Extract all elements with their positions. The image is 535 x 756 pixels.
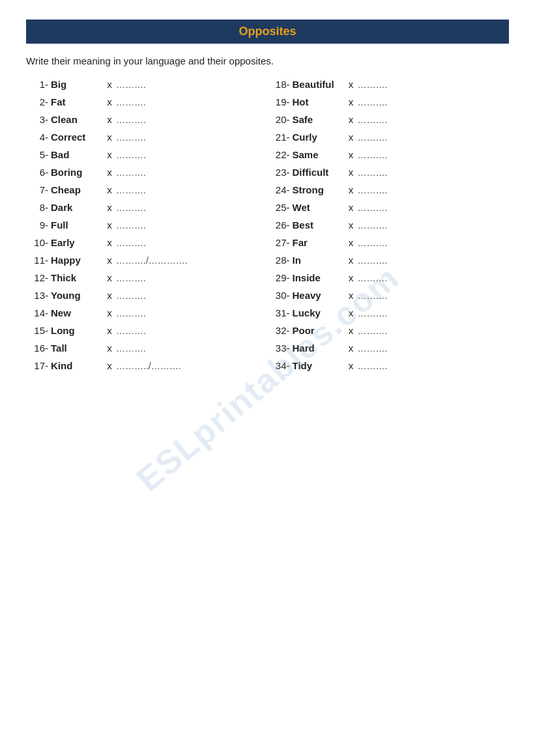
list-item: 18- Beautiful x ………. — [268, 76, 510, 93]
item-dots: ………. — [116, 203, 175, 213]
list-item: 33- Hard x ………. — [268, 339, 510, 357]
list-item: 25- Wet x ………. — [268, 199, 510, 216]
item-x: x — [103, 325, 116, 336]
item-x: x — [103, 79, 116, 90]
item-dots: ………. — [358, 115, 416, 125]
item-word: Best — [293, 219, 345, 231]
item-number: 7- — [26, 184, 51, 195]
item-dots: ………. — [116, 115, 175, 125]
item-number: 11- — [26, 255, 51, 266]
item-word: Lucky — [293, 307, 345, 318]
list-item: 20- Safe x ………. — [268, 111, 510, 128]
item-x: x — [103, 237, 116, 248]
item-word: Hot — [293, 96, 345, 107]
item-x: x — [345, 79, 358, 90]
item-word: Heavy — [293, 290, 345, 301]
item-word: Thick — [51, 272, 103, 283]
item-x: x — [345, 132, 358, 143]
item-x: x — [103, 202, 116, 213]
item-x: x — [103, 149, 116, 160]
item-word: Bad — [51, 149, 103, 160]
item-dots: ………. — [116, 290, 175, 301]
item-number: 33- — [268, 343, 293, 354]
list-item: 32- Poor x ………. — [268, 322, 510, 339]
item-dots: ………./…………. — [116, 255, 188, 266]
item-x: x — [345, 149, 358, 160]
item-word: Difficult — [293, 167, 345, 178]
item-dots: ………. — [358, 308, 416, 318]
list-item: 14- New x ………. — [26, 304, 268, 322]
item-x: x — [345, 343, 358, 354]
item-dots: ………. — [358, 361, 416, 371]
item-word: Hard — [293, 343, 345, 354]
item-dots: ………. — [116, 150, 175, 160]
item-word: Clean — [51, 114, 103, 125]
item-dots: ………. — [116, 343, 175, 354]
list-item: 7- Cheap x ………. — [26, 181, 268, 199]
item-word: Strong — [293, 184, 345, 195]
item-number: 23- — [268, 167, 293, 178]
item-dots: ………. — [358, 238, 416, 248]
item-number: 27- — [268, 237, 293, 248]
item-word: Full — [51, 219, 103, 231]
right-column: 18- Beautiful x ………. 19- Hot x ………. 20- … — [268, 76, 510, 374]
item-number: 10- — [26, 237, 51, 248]
item-number: 16- — [26, 343, 51, 354]
item-number: 3- — [26, 114, 51, 125]
list-item: 3- Clean x ………. — [26, 111, 268, 128]
item-word: Inside — [293, 272, 345, 283]
item-dots: ………. — [116, 97, 175, 107]
item-number: 28- — [268, 255, 293, 266]
item-dots: ………. — [358, 79, 416, 90]
item-x: x — [345, 202, 358, 213]
left-column: 1- Big x ………. 2- Fat x ………. 3- Clean x …… — [26, 76, 268, 374]
list-item: 6- Boring x ………. — [26, 163, 268, 181]
item-word: Fat — [51, 96, 103, 107]
item-x: x — [345, 219, 358, 231]
item-x: x — [345, 307, 358, 318]
item-word: New — [51, 307, 103, 318]
list-item: 24- Strong x ………. — [268, 181, 510, 199]
item-x: x — [103, 255, 116, 266]
item-number: 1- — [26, 79, 51, 90]
item-number: 32- — [268, 325, 293, 336]
item-dots: ………. — [358, 185, 416, 195]
item-number: 22- — [268, 149, 293, 160]
list-item: 12- Thick x ………. — [26, 269, 268, 287]
item-number: 12- — [26, 272, 51, 283]
list-item: 16- Tall x ………. — [26, 339, 268, 357]
item-x: x — [345, 167, 358, 178]
item-x: x — [103, 219, 116, 231]
list-item: 23- Difficult x ………. — [268, 163, 510, 181]
item-x: x — [103, 272, 116, 283]
item-number: 30- — [268, 290, 293, 301]
item-dots: ………. — [358, 167, 416, 178]
item-x: x — [345, 290, 358, 301]
item-number: 19- — [268, 96, 293, 107]
item-x: x — [345, 237, 358, 248]
item-number: 26- — [268, 219, 293, 231]
item-word: Big — [51, 79, 103, 90]
list-item: 26- Best x ………. — [268, 216, 510, 234]
list-item: 34- Tidy x ………. — [268, 357, 510, 374]
item-dots: ………. — [358, 132, 416, 143]
item-word: Boring — [51, 167, 103, 178]
list-item: 28- In x ………. — [268, 251, 510, 269]
item-x: x — [345, 184, 358, 195]
item-word: Wet — [293, 202, 345, 213]
list-item: 10- Early x ………. — [26, 234, 268, 251]
item-x: x — [345, 114, 358, 125]
item-word: Young — [51, 290, 103, 301]
item-number: 31- — [268, 307, 293, 318]
item-number: 25- — [268, 202, 293, 213]
list-item: 21- Curly x ………. — [268, 128, 510, 146]
instruction-text: Write their meaning in your language and… — [26, 55, 509, 66]
list-item: 11- Happy x ………./…………. — [26, 251, 268, 269]
item-word: Curly — [293, 132, 345, 143]
item-dots: ………. — [116, 308, 175, 318]
item-number: 9- — [26, 219, 51, 231]
item-number: 20- — [268, 114, 293, 125]
list-item: 27- Far x ………. — [268, 234, 510, 251]
item-dots: ………../………. — [116, 361, 181, 371]
item-x: x — [345, 360, 358, 371]
